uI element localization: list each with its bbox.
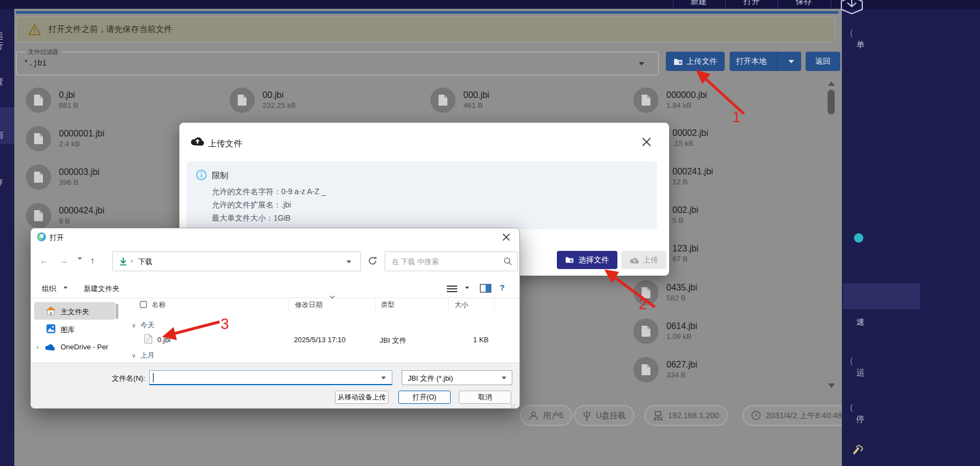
rail-menu-glyph[interactable]: 速	[856, 317, 864, 327]
nav-recent-caret[interactable]	[78, 257, 82, 267]
filter-dropdown-caret[interactable]	[639, 62, 644, 65]
upload-from-mobile-button[interactable]: 从移动设备上传	[335, 391, 388, 404]
rail-menu-glyph[interactable]: 置	[0, 77, 3, 87]
file-filter-field[interactable]: 文件过滤器 *.jbi	[16, 52, 659, 75]
group-today[interactable]: ∨今天	[132, 320, 155, 330]
group-last-month[interactable]: ∨上月	[132, 350, 155, 360]
back-button[interactable]: 返回	[806, 52, 840, 71]
scroll-up-arrow[interactable]	[828, 81, 835, 86]
column-type[interactable]: 类型	[381, 300, 395, 310]
file-grid-item[interactable]: 002.jbi5 B	[672, 205, 698, 226]
nav-up-icon[interactable]: ↑	[90, 256, 95, 266]
rail-menu-glyph[interactable]: 单	[856, 40, 864, 50]
select-all-checkbox[interactable]	[140, 301, 147, 308]
help-icon[interactable]: ?	[500, 283, 505, 292]
screen: 新建 打开 保存 运行置与存 ( ( ( 单速运停 打开文件之前，请先保存当前文…	[0, 0, 980, 466]
column-separator[interactable]	[494, 299, 495, 312]
open-local-label[interactable]: 打开本地	[730, 57, 773, 67]
file-grid-item[interactable]: 0435.jbi582 B	[633, 280, 697, 305]
view-mode-caret[interactable]	[466, 287, 469, 295]
open-local-dropdown[interactable]	[781, 60, 801, 63]
rail-icon-arc: (	[850, 29, 853, 37]
file-name: 00.jbi	[262, 90, 296, 101]
file-grid-item[interactable]: 000.jbi461 B	[430, 87, 489, 113]
gallery-icon	[46, 324, 56, 333]
address-dropdown-caret[interactable]	[347, 260, 352, 263]
preview-pane-icon[interactable]	[480, 284, 491, 293]
cancel-button[interactable]: 取消	[459, 391, 511, 404]
column-separator[interactable]	[375, 299, 376, 312]
column-name[interactable]: 名称	[152, 300, 166, 310]
file-name: 002.jbi	[672, 205, 698, 216]
scrollbar-thumb[interactable]	[828, 90, 835, 114]
rail-menu-glyph[interactable]: 停	[856, 414, 864, 424]
organize-menu[interactable]: 组织	[42, 284, 56, 294]
file-grid-item[interactable]: 0000424.jbi8 B	[26, 203, 105, 228]
expander-chevron[interactable]: ›	[36, 343, 39, 351]
file-grid-item[interactable]: 000000.jbi1.84 kB	[633, 87, 707, 113]
breadcrumb-downloads[interactable]: 下载	[138, 257, 152, 267]
dialog-bottom-panel: 文件名(N): JBI 文件 (*.jbi) 从移动设备上传 打开(O) 取消 …	[31, 363, 520, 409]
new-folder-button[interactable]: 新建文件夹	[84, 284, 119, 294]
rail-menu-glyph[interactable]: 存	[0, 177, 3, 187]
package-box-icon[interactable]	[837, 0, 866, 17]
file-grid-item[interactable]: 00.jbi232.25 kB	[229, 87, 296, 113]
dialog-close-icon[interactable]	[502, 233, 511, 242]
close-icon[interactable]	[642, 137, 651, 147]
status-pill-user[interactable]: 用户5	[520, 405, 572, 426]
menu-item-save[interactable]: 保存	[796, 0, 812, 7]
sidebar-item-home[interactable]: 主文件夹	[61, 307, 89, 317]
column-size[interactable]: 大小	[455, 300, 468, 310]
sidebar-scrollbar[interactable]	[116, 304, 118, 319]
status-pill-network[interactable]: 192.168.1.200	[644, 405, 728, 426]
file-grid-item[interactable]: 000003.jbi396 B	[26, 165, 100, 190]
organize-caret[interactable]	[64, 287, 68, 295]
tools-icon[interactable]	[853, 447, 860, 454]
file-icon	[26, 126, 51, 151]
column-separator[interactable]	[288, 299, 289, 312]
address-bar[interactable]: › 下载	[112, 251, 361, 271]
file-row-name[interactable]: 0.jbi	[157, 336, 171, 344]
filetype-select[interactable]: JBI 文件 (*.jbi)	[402, 370, 512, 385]
status-pill-label: 192.168.1.200	[668, 411, 719, 420]
rail-menu-glyph[interactable]: 运	[856, 368, 864, 377]
right-nav-selected-band[interactable]	[843, 283, 920, 309]
search-box[interactable]: 在 下载 中搜索	[385, 251, 518, 271]
status-pill-clock[interactable]: 2031/4/2 上午8:40:48	[742, 405, 851, 426]
rail-menu-glyph[interactable]: 与	[0, 130, 3, 140]
nav-back-icon[interactable]: ←	[40, 256, 48, 266]
refresh-icon[interactable]	[368, 256, 377, 266]
file-grid-item[interactable]: 000241.jbi12 B	[672, 166, 713, 187]
resize-grip[interactable]: ⁝⁝	[511, 403, 516, 409]
rail-menu-glyph[interactable]: 行	[0, 41, 3, 51]
menu-item-open[interactable]: 打开	[743, 0, 760, 7]
file-grid-item[interactable]: 0627.jbi334 B	[633, 357, 697, 382]
search-icon[interactable]	[503, 257, 512, 266]
upload-button-disabled[interactable]: 上传	[621, 251, 666, 269]
file-grid-item[interactable]: 0.jbi881 B	[26, 87, 78, 113]
file-grid-item[interactable]: 00002.jbi.15 kB	[672, 128, 708, 149]
upload-file-button[interactable]: 上传文件	[666, 52, 725, 71]
folder-icon	[674, 58, 683, 65]
rail-menu-glyph[interactable]: 运	[0, 31, 3, 41]
filename-history-caret[interactable]	[381, 376, 386, 379]
file-grid-item[interactable]: 0614.jbi1.09 kB	[633, 319, 697, 344]
choose-file-button[interactable]: 选择文件	[557, 251, 617, 269]
list-view-icon[interactable]	[447, 285, 457, 293]
column-date[interactable]: 修改日期	[295, 300, 322, 310]
file-name: 123.jbi	[672, 243, 698, 254]
menu-item-new[interactable]: 新建	[691, 0, 707, 7]
file-grid-item[interactable]: 123.jbi67 B	[672, 243, 698, 264]
sidebar-item-gallery[interactable]: 图库	[61, 325, 75, 335]
open-local-split-button[interactable]: 打开本地	[730, 52, 801, 71]
filename-input[interactable]	[149, 370, 392, 385]
column-separator[interactable]	[448, 299, 448, 312]
nav-forward-icon[interactable]: →	[59, 256, 68, 266]
status-pill-usb[interactable]: U盘挂载	[574, 405, 634, 426]
open-button[interactable]: 打开(O)	[398, 391, 451, 404]
file-icon	[229, 87, 255, 113]
sidebar-item-onedrive[interactable]: OneDrive - Per	[61, 343, 119, 351]
scroll-down-arrow[interactable]	[828, 383, 835, 388]
file-grid-item[interactable]: 0000001.jbi2.4 kB	[26, 126, 105, 151]
file-size: .15 kB	[672, 139, 708, 149]
